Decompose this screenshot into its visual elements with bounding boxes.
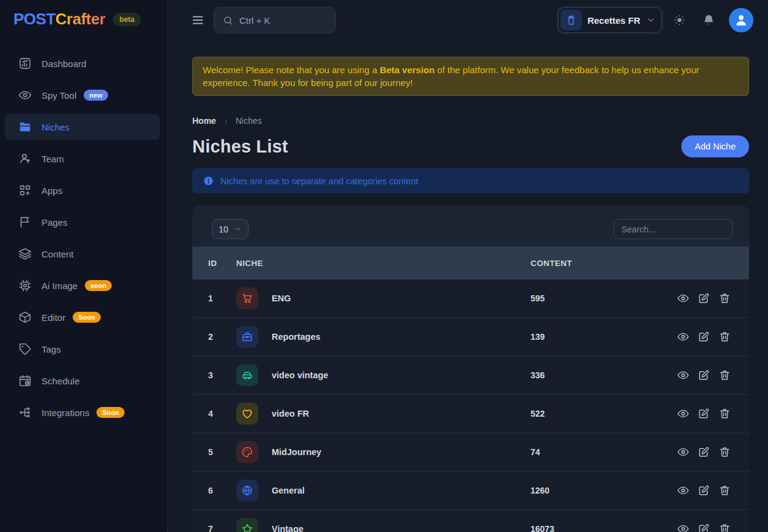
row-content-count: 595	[531, 293, 639, 303]
row-niche-name: Vintage	[272, 524, 303, 532]
trash-icon[interactable]	[719, 408, 731, 420]
trash-icon[interactable]	[719, 523, 731, 532]
trash-icon[interactable]	[719, 369, 731, 381]
sidebar-item-schedule[interactable]: Schedule	[5, 368, 160, 394]
sidebar-item-apps[interactable]: Apps	[5, 178, 160, 203]
theme-toggle-sun-icon[interactable]	[673, 13, 686, 27]
sidebar-item-niches[interactable]: Niches	[5, 114, 160, 140]
table-search-input[interactable]	[614, 219, 733, 239]
sidebar-item-spy-tool[interactable]: Spy Tool new	[5, 82, 160, 108]
globe-icon	[236, 480, 258, 501]
sidebar-item-dashboard[interactable]: Dashboard	[5, 51, 160, 76]
breadcrumb-home[interactable]: Home	[192, 116, 216, 126]
page-title: Niches List	[192, 137, 288, 157]
niches-table-card: 10 ID NICHE CONTENT 1 ENG 595	[192, 206, 749, 532]
trash-icon[interactable]	[719, 446, 731, 458]
row-niche-name: General	[272, 486, 305, 495]
row-niche: General	[236, 480, 531, 501]
row-id: 6	[208, 486, 236, 495]
info-text: Niches are use to separate and categorie…	[220, 176, 418, 186]
row-niche: video FR	[236, 403, 531, 425]
brand-name-crafter: Crafter	[56, 10, 106, 28]
user-avatar[interactable]	[729, 8, 753, 32]
page-size-value: 10	[219, 225, 228, 234]
row-id: 2	[208, 332, 236, 342]
sidebar-item-ai-image[interactable]: Ai Image soon	[5, 273, 160, 298]
row-niche: video vintage	[236, 364, 531, 386]
sidebar-item-label: Schedule	[42, 376, 80, 386]
trash-icon[interactable]	[719, 292, 731, 304]
car-icon	[236, 364, 258, 386]
cup-icon	[565, 15, 577, 26]
heart-icon	[236, 403, 258, 425]
row-niche: MidJourney	[236, 441, 531, 463]
cart-icon	[236, 287, 258, 309]
table-row: 2 Reportages 139	[192, 318, 749, 356]
row-actions	[639, 369, 731, 381]
sidebar-item-integrations[interactable]: Integrations Soon	[5, 400, 160, 425]
edit-icon[interactable]	[698, 331, 710, 343]
workspace-label: Recettes FR	[582, 15, 646, 26]
col-header-id: ID	[208, 259, 236, 268]
sidebar-nav: Dashboard Spy Tool new Niches Team Apps …	[0, 37, 167, 425]
trash-icon[interactable]	[719, 331, 731, 343]
global-search[interactable]	[214, 7, 336, 34]
sidebar-item-label: Spy Tool	[42, 90, 76, 101]
edit-icon[interactable]	[698, 484, 710, 497]
row-niche: Vintage	[236, 518, 531, 532]
col-header-niche: NICHE	[236, 259, 531, 268]
row-niche: Reportages	[236, 326, 531, 348]
edit-icon[interactable]	[698, 292, 710, 304]
sidebar: POSTCrafter beta Dashboard Spy Tool new …	[0, 0, 168, 532]
sidebar-item-label: Integrations	[42, 408, 89, 418]
row-id: 7	[208, 524, 236, 532]
table-header: ID NICHE CONTENT	[192, 246, 749, 279]
global-search-input[interactable]	[239, 15, 327, 26]
brand-name: POSTCrafter	[13, 10, 106, 29]
row-actions	[639, 523, 731, 532]
info-banner: Niches are use to separate and categorie…	[192, 168, 749, 193]
tag-icon	[18, 342, 32, 356]
view-eye-icon[interactable]	[677, 292, 689, 304]
table-row: 4 video FR 522	[192, 395, 749, 433]
view-eye-icon[interactable]	[677, 369, 689, 381]
notifications-bell-icon[interactable]	[702, 13, 715, 27]
table-row: 5 MidJourney 74	[192, 433, 749, 472]
grid-plus-icon	[18, 184, 32, 197]
row-id: 3	[208, 370, 236, 380]
table-row: 3 video vintage 336	[192, 356, 749, 395]
sidebar-item-content[interactable]: Content	[5, 241, 160, 267]
breadcrumb: Home Niches	[192, 116, 749, 126]
workspace-select[interactable]: Recettes FR	[558, 7, 662, 33]
trash-icon[interactable]	[719, 484, 731, 497]
sidebar-item-badge: soon	[85, 280, 112, 291]
topbar: Recettes FR	[168, 0, 768, 40]
row-niche-name: MidJourney	[272, 447, 321, 457]
page-size-select[interactable]: 10	[212, 219, 248, 239]
view-eye-icon[interactable]	[677, 446, 689, 458]
sidebar-item-team[interactable]: Team	[5, 146, 160, 171]
sidebar-item-editor[interactable]: Editor Soon	[5, 304, 160, 330]
edit-icon[interactable]	[698, 446, 710, 458]
view-eye-icon[interactable]	[677, 408, 689, 420]
sidebar-item-pages[interactable]: Pages	[5, 209, 160, 235]
main-area: Recettes FR Welcome! Please note that yo…	[168, 0, 768, 532]
edit-icon[interactable]	[698, 408, 710, 420]
view-eye-icon[interactable]	[677, 484, 689, 497]
add-niche-button[interactable]: Add Niche	[681, 135, 749, 157]
row-id: 5	[208, 447, 236, 457]
row-actions	[639, 484, 731, 497]
beta-badge: beta	[113, 13, 142, 26]
sidebar-item-tags[interactable]: Tags	[5, 336, 160, 362]
view-eye-icon[interactable]	[677, 331, 689, 343]
row-actions	[639, 292, 731, 304]
calendar-icon	[18, 374, 32, 387]
search-icon	[223, 15, 233, 26]
edit-icon[interactable]	[698, 369, 710, 381]
view-eye-icon[interactable]	[677, 523, 689, 532]
menu-icon[interactable]	[191, 13, 205, 27]
flag-icon	[18, 215, 32, 229]
edit-icon[interactable]	[698, 523, 710, 532]
chevron-down-icon	[234, 225, 242, 233]
row-content-count: 16073	[531, 524, 639, 532]
